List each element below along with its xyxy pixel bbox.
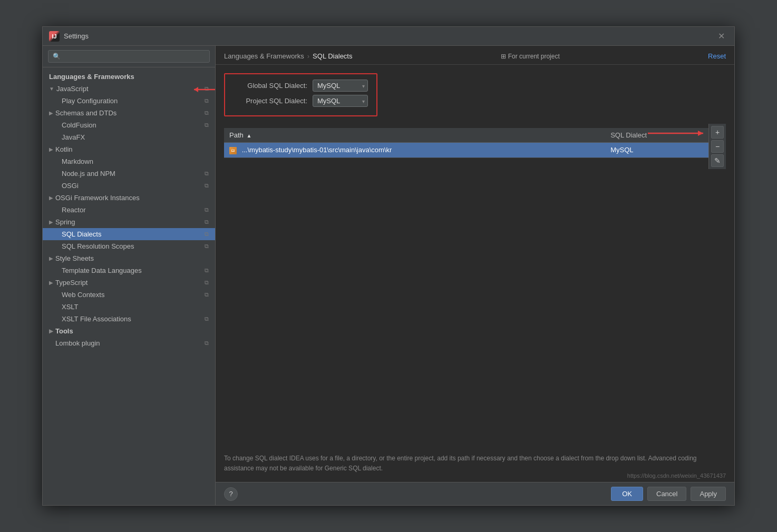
add-path-button[interactable]: + <box>711 126 724 139</box>
copy-icon: ⧉ <box>205 279 209 286</box>
collapse-arrow: ▶ <box>49 219 53 225</box>
sidebar-item-label: Lombok plugin <box>55 339 100 347</box>
sidebar-item-label: SQL Resolution Scopes <box>62 242 134 250</box>
sidebar: Languages & Frameworks ▼ JavaScript ⧉ Pl… <box>43 46 216 505</box>
sidebar-item-label: JavaFX <box>62 133 85 141</box>
sidebar-item-label: XSLT File Associations <box>62 315 131 323</box>
search-box <box>43 46 215 67</box>
copy-icon: ⧉ <box>205 97 209 104</box>
sidebar-item-label: Template Data Languages <box>62 267 142 274</box>
copy-icon: ⧉ <box>205 291 209 298</box>
collapse-arrow: ▶ <box>49 110 53 116</box>
sidebar-item-javascript[interactable]: ▼ JavaScript ⧉ <box>43 83 215 95</box>
dialect-cell: MySQL <box>605 143 708 158</box>
csdn-url: https://blog.csdn.net/weixin_43671437 <box>627 472 726 479</box>
sidebar-item-label: Spring <box>55 218 75 226</box>
copy-icon: ⧉ <box>205 267 209 274</box>
sidebar-item-typescript[interactable]: ▶ TypeScript ⧉ <box>43 277 215 289</box>
project-icon: ⊞ <box>501 53 506 60</box>
sidebar-item-web-contexts[interactable]: Web Contexts ⧉ <box>43 289 215 301</box>
apply-button[interactable]: Apply <box>691 487 726 501</box>
nav-section-header: Languages & Frameworks <box>43 70 215 83</box>
collapse-arrow: ▼ <box>49 86 54 92</box>
copy-icon: ⧉ <box>205 316 209 322</box>
copy-icon: ⧉ <box>205 182 209 189</box>
collapse-arrow: ▶ <box>49 328 53 334</box>
sidebar-item-javafx[interactable]: JavaFX <box>43 131 215 143</box>
titlebar: IJ Settings ✕ <box>43 27 734 46</box>
cancel-button[interactable]: Cancel <box>647 487 686 501</box>
project-dialect-select[interactable]: MySQL PostgreSQL SQLite Generic <box>313 95 368 107</box>
collapse-arrow: ▶ <box>49 255 53 261</box>
sidebar-item-label: OSGi <box>62 182 79 190</box>
sidebar-item-osgi-fw[interactable]: ▶ OSGi Framework Instances <box>43 192 215 204</box>
main-body: Global SQL Dialect: MySQL PostgreSQL SQL… <box>216 65 734 482</box>
sidebar-item-label: OSGi Framework Instances <box>55 194 140 202</box>
sidebar-item-label: XSLT <box>62 303 79 311</box>
sidebar-item-label: Play Configuration <box>62 97 118 105</box>
path-value: ...\mybatis-study\mybatis-01\src\main\ja… <box>242 146 392 154</box>
window-title: Settings <box>64 32 89 40</box>
sidebar-item-label: Schemas and DTDs <box>55 109 116 117</box>
sidebar-item-label: JavaScript <box>56 85 89 93</box>
sidebar-item-reactor[interactable]: Reactor ⧉ <box>43 204 215 216</box>
copy-icon: ⧉ <box>205 206 209 213</box>
copy-icon: ⧉ <box>205 122 209 129</box>
tools-label: Tools <box>55 327 73 335</box>
titlebar-left: IJ Settings <box>49 31 89 42</box>
sidebar-item-label: Kotlin <box>55 145 73 153</box>
add-btn-wrapper: + <box>711 126 724 139</box>
path-cell: 🗂 ...\mybatis-study\mybatis-01\src\main\… <box>224 143 605 158</box>
edit-path-button[interactable]: ✎ <box>711 154 724 167</box>
global-dialect-select[interactable]: MySQL PostgreSQL SQLite Generic <box>313 80 368 92</box>
sidebar-item-label: TypeScript <box>55 279 88 287</box>
sidebar-nav: Languages & Frameworks ▼ JavaScript ⧉ Pl… <box>43 67 215 505</box>
file-icon: 🗂 <box>229 147 237 154</box>
sidebar-item-kotlin[interactable]: ▶ Kotlin <box>43 143 215 155</box>
sidebar-item-sql-resolution[interactable]: SQL Resolution Scopes ⧉ <box>43 240 215 252</box>
remove-path-button[interactable]: − <box>711 140 724 153</box>
col-path: Path ▲ <box>224 128 605 143</box>
breadcrumb-parent: Languages & Frameworks <box>224 52 304 60</box>
sidebar-item-lombok[interactable]: Lombok plugin ⧉ <box>43 337 215 349</box>
path-table: Path ▲ SQL Dialect 🗂 <box>224 128 708 158</box>
footer: ? https://blog.csdn.net/weixin_43671437 … <box>216 482 734 505</box>
settings-window: IJ Settings ✕ Languages & Frameworks ▼ J… <box>42 26 735 506</box>
sidebar-item-template-data[interactable]: Template Data Languages ⧉ <box>43 264 215 277</box>
nav-tools-header[interactable]: ▶ Tools <box>43 325 215 337</box>
breadcrumb-separator: › <box>307 52 309 60</box>
table-wrapper: Path ▲ SQL Dialect 🗂 <box>224 124 708 169</box>
sidebar-item-label: Web Contexts <box>62 291 104 299</box>
copy-icon: ⧉ <box>205 85 209 92</box>
sidebar-item-schemas[interactable]: ▶ Schemas and DTDs ⧉ <box>43 107 215 119</box>
sort-arrow-icon: ▲ <box>246 133 251 139</box>
sidebar-item-label: Node.js and NPM <box>62 170 115 178</box>
global-dialect-label: Global SQL Dialect: <box>234 82 307 90</box>
sidebar-item-nodejs[interactable]: Node.js and NPM ⧉ <box>43 168 215 180</box>
ok-button[interactable]: OK <box>611 487 643 501</box>
sidebar-item-coldfusion[interactable]: ColdFusion ⧉ <box>43 119 215 131</box>
svg-marker-1 <box>194 87 198 92</box>
sidebar-item-sql-dialects[interactable]: SQL Dialects ⧉ <box>43 228 215 240</box>
sidebar-item-spring[interactable]: ▶ Spring ⧉ <box>43 216 215 228</box>
table-row[interactable]: 🗂 ...\mybatis-study\mybatis-01\src\main\… <box>224 143 708 158</box>
sidebar-item-osgi[interactable]: OSGi ⧉ <box>43 180 215 192</box>
sidebar-item-play-config[interactable]: Play Configuration ⧉ <box>43 95 215 107</box>
copy-icon: ⧉ <box>205 219 209 225</box>
help-button[interactable]: ? <box>224 487 238 501</box>
sidebar-item-label: Style Sheets <box>55 254 94 262</box>
app-icon: IJ <box>49 31 60 42</box>
global-dialect-row: Global SQL Dialect: MySQL PostgreSQL SQL… <box>234 80 368 92</box>
reset-button[interactable]: Reset <box>708 52 726 60</box>
sidebar-item-xslt-file[interactable]: XSLT File Associations ⧉ <box>43 313 215 325</box>
sidebar-item-stylesheets[interactable]: ▶ Style Sheets <box>43 252 215 264</box>
sidebar-item-markdown[interactable]: Markdown <box>43 155 215 168</box>
sidebar-item-xslt[interactable]: XSLT <box>43 301 215 313</box>
search-input[interactable] <box>48 50 210 63</box>
copy-icon: ⧉ <box>205 110 209 116</box>
project-dialect-row: Project SQL Dialect: MySQL PostgreSQL SQ… <box>234 95 368 107</box>
close-button[interactable]: ✕ <box>715 30 728 42</box>
project-dialect-select-wrapper: MySQL PostgreSQL SQLite Generic ▾ <box>313 95 368 107</box>
collapse-arrow: ▶ <box>49 195 53 201</box>
table-toolbar: + − ✎ <box>708 124 726 169</box>
